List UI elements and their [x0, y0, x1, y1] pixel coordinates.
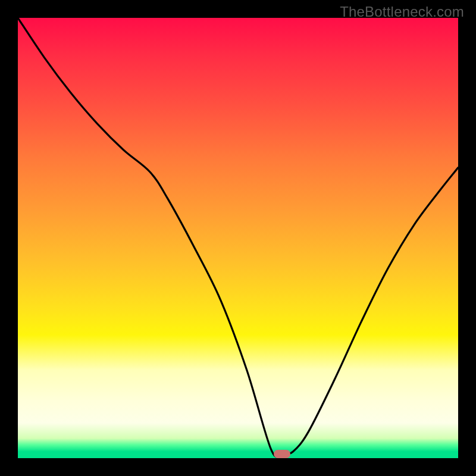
plot-area: [18, 18, 458, 458]
watermark-text: TheBottleneck.com: [340, 4, 464, 20]
chart-frame: TheBottleneck.com: [0, 0, 476, 476]
bottleneck-curve: [18, 18, 458, 457]
optimal-marker: [274, 450, 290, 458]
curve-svg: [18, 18, 458, 458]
